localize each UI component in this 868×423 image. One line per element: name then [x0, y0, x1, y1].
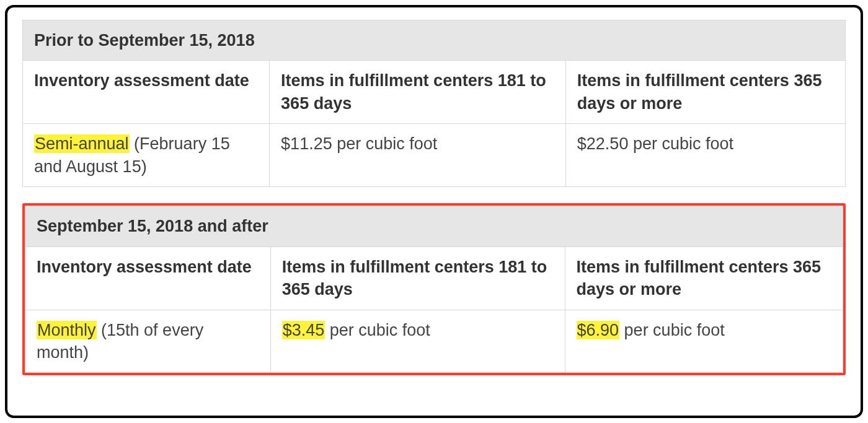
- cell-tier1: $11.25 per cubic foot: [270, 124, 566, 187]
- highlighted-text: $3.45: [282, 321, 326, 339]
- table-row: Monthly (15th of every month) $3.45 per …: [25, 310, 843, 373]
- table-header-row: Inventory assessment date Items in fulfi…: [25, 246, 843, 310]
- cell-text: per cubic foot: [325, 321, 430, 339]
- fee-table-after: September 15, 2018 and after Inventory a…: [25, 206, 843, 373]
- document-frame: Prior to September 15, 2018 Inventory as…: [5, 5, 863, 418]
- table-title: September 15, 2018 and after: [25, 206, 843, 246]
- table-row: Semi-annual (February 15 and August 15) …: [23, 124, 846, 187]
- column-header-tier1: Items in fulfillment centers 181 to 365 …: [270, 246, 565, 310]
- cell-assessment: Monthly (15th of every month): [25, 310, 271, 373]
- cell-tier2: $22.50 per cubic foot: [565, 124, 845, 187]
- cell-text: $11.25 per cubic foot: [281, 134, 437, 153]
- cell-text: per cubic foot: [619, 321, 725, 339]
- cell-tier2: $6.90 per cubic foot: [565, 310, 843, 373]
- highlighted-text: $6.90: [577, 321, 620, 339]
- column-header-assessment: Inventory assessment date: [25, 246, 271, 310]
- table-title: Prior to September 15, 2018: [23, 20, 846, 61]
- column-header-assessment: Inventory assessment date: [23, 61, 270, 124]
- cell-tier1: $3.45 per cubic foot: [270, 310, 565, 373]
- cell-assessment: Semi-annual (February 15 and August 15): [23, 124, 270, 187]
- fee-table-prior: Prior to September 15, 2018 Inventory as…: [22, 20, 846, 187]
- column-header-tier2: Items in fulfillment centers 365 days or…: [565, 246, 843, 310]
- table-header-row: Inventory assessment date Items in fulfi…: [23, 61, 846, 124]
- column-header-tier2: Items in fulfillment centers 365 days or…: [565, 61, 845, 124]
- table-title-row: September 15, 2018 and after: [25, 206, 843, 246]
- cell-text: $22.50 per cubic foot: [577, 134, 733, 153]
- highlighted-text: Semi-annual: [34, 134, 130, 153]
- table-title-row: Prior to September 15, 2018: [23, 20, 846, 61]
- highlighted-text: Monthly: [37, 321, 97, 339]
- column-header-tier1: Items in fulfillment centers 181 to 365 …: [270, 61, 566, 124]
- highlighted-table-wrapper: September 15, 2018 and after Inventory a…: [22, 203, 846, 375]
